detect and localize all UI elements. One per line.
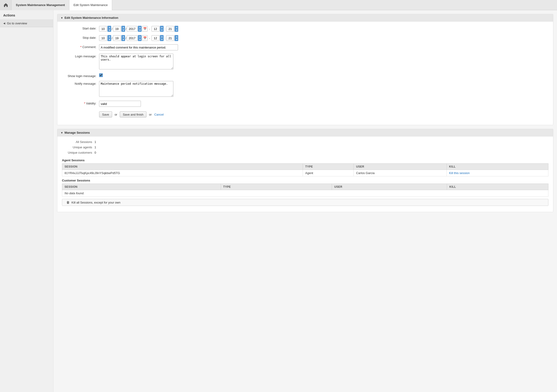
comment-label: Comment:	[62, 44, 99, 49]
sidebar: Actions ◀ Go to overview	[0, 10, 53, 392]
stop-date-row: Stop date: ▲▼ / ▲▼ / ▲▼ 📅 - ▲▼	[62, 35, 549, 41]
agent-col-session: SESSION	[62, 164, 303, 170]
back-arrow-icon: ◀	[3, 22, 5, 25]
validity-label: Validity:	[62, 101, 99, 105]
all-sessions-label: All Sessions	[62, 140, 94, 144]
topbar: System Maintenance Management Edit Syste…	[0, 0, 557, 10]
notify-row: Notify message: Maintenance period notif…	[62, 81, 549, 98]
agent-col-kill: KILL	[447, 164, 548, 170]
start-hour-spinner[interactable]: ▲▼	[160, 26, 164, 32]
agent-sessions-table: SESSION TYPE USER KILL 81YR4xJJJTsqKpc49…	[62, 163, 549, 176]
or-text-2: or	[149, 113, 152, 116]
stop-year-spinner[interactable]: ▲▼	[138, 35, 142, 41]
start-hour-input[interactable]	[152, 26, 159, 32]
save-and-finish-button[interactable]: Save and finish	[120, 111, 147, 117]
customer-col-session: SESSION	[62, 184, 221, 190]
all-sessions-row: All Sessions 1	[62, 140, 549, 144]
kill-all-button[interactable]: 🗑 Kill all Sessions, except for your own	[62, 199, 549, 206]
unique-customers-value: 0	[94, 151, 96, 154]
start-date-control: ▲▼ / ▲▼ / ▲▼ 📅 - ▲▼ : ▲▼	[99, 26, 549, 32]
start-minute-input[interactable]	[166, 26, 174, 32]
stop-day-spinner[interactable]: ▲▼	[121, 35, 125, 41]
start-year-input[interactable]	[127, 26, 137, 32]
agent-col-user: USER	[354, 164, 447, 170]
form-buttons: Save or Save and finish or Cancel	[99, 111, 549, 117]
stop-hour-spinner[interactable]: ▲▼	[160, 35, 164, 41]
customer-col-user: USER	[332, 184, 447, 190]
home-icon	[3, 3, 8, 8]
customer-sessions-table: SESSION TYPE USER KILL No data found.	[62, 184, 549, 196]
start-year-spinner[interactable]: ▲▼	[138, 26, 142, 32]
no-data-cell: No data found.	[62, 190, 549, 196]
start-month-input[interactable]	[99, 26, 107, 32]
start-month-spinner[interactable]: ▲▼	[107, 26, 111, 32]
agent-session-user: Carlos Garcia	[354, 170, 447, 176]
sessions-collapse-icon: ▼	[61, 131, 63, 134]
stop-calendar-button[interactable]: 📅	[142, 35, 147, 41]
breadcrumb-edit: Edit System Maintenance	[69, 0, 112, 10]
validity-row: Validity:	[62, 101, 549, 107]
show-login-row: Show login message:	[62, 73, 549, 78]
stop-date-label: Stop date:	[62, 35, 99, 40]
validity-input[interactable]	[99, 101, 141, 107]
comment-control	[99, 44, 549, 50]
form-buttons-row: Save or Save and finish or Cancel	[62, 110, 549, 117]
agent-table-body: 81YR4xJJJTsqKpc49cJ9nYSqkbwPd5TG Agent C…	[62, 170, 549, 176]
agent-session-id: 81YR4xJJJTsqKpc49cJ9nYSqkbwPd5TG	[62, 170, 303, 176]
customer-sessions-title: Customer Sessions	[62, 176, 549, 184]
stop-year-input[interactable]	[127, 35, 137, 41]
stop-hour-input[interactable]	[152, 35, 159, 41]
agent-col-type: TYPE	[303, 164, 354, 170]
stop-month-input[interactable]	[99, 35, 107, 41]
stop-minute-spinner[interactable]: ▲▼	[174, 35, 178, 41]
cancel-button[interactable]: Cancel	[154, 113, 164, 116]
unique-agents-row: Unique agents 1	[62, 146, 549, 149]
agent-sessions-title: Agent Sessions	[62, 156, 549, 163]
login-message-textarea[interactable]: This should appear at login screen for a…	[99, 54, 173, 69]
kill-session-link[interactable]: Kill this session	[449, 171, 470, 175]
comment-input[interactable]	[99, 44, 178, 50]
unique-customers-label: Unique customers	[62, 151, 94, 154]
unique-customers-row: Unique customers 0	[62, 151, 549, 154]
notify-control: Maintenance period notification message.	[99, 81, 549, 98]
customer-col-kill: KILL	[447, 184, 549, 190]
login-message-control: This should appear at login screen for a…	[99, 54, 549, 70]
customer-header-row: SESSION TYPE USER KILL	[62, 184, 549, 190]
content-area: ▼ Edit System Maintenance Information St…	[53, 10, 557, 392]
notify-textarea[interactable]: Maintenance period notification message.	[99, 81, 173, 97]
sessions-header: ▼ Manage Sessions	[57, 129, 553, 137]
all-sessions-value: 1	[94, 140, 96, 144]
breadcrumb-system-maintenance[interactable]: System Maintenance Management	[12, 0, 69, 10]
manage-sessions-section: ▼ Manage Sessions All Sessions 1 Unique …	[57, 129, 553, 212]
stop-month-spinner[interactable]: ▲▼	[107, 35, 111, 41]
start-day-spinner[interactable]: ▲▼	[121, 26, 125, 32]
start-date-label: Start date:	[62, 26, 99, 30]
edit-maintenance-section: ▼ Edit System Maintenance Information St…	[57, 14, 553, 125]
start-minute-spinner[interactable]: ▲▼	[174, 26, 178, 32]
edit-maintenance-body: Start date: ▲▼ / ▲▼ / ▲▼ 📅 - ▲▼	[57, 22, 553, 125]
unique-agents-label: Unique agents	[62, 146, 94, 149]
customer-table-header: SESSION TYPE USER KILL	[62, 184, 549, 190]
show-login-checkbox[interactable]	[99, 73, 103, 77]
login-message-label: Login message:	[62, 54, 99, 58]
or-text-1: or	[115, 113, 117, 116]
save-button[interactable]: Save	[99, 111, 112, 117]
agent-table-header: SESSION TYPE USER KILL	[62, 164, 549, 170]
home-button[interactable]	[0, 0, 12, 10]
unique-agents-value: 1	[94, 146, 96, 149]
sidebar-item-go-to-overview[interactable]: ◀ Go to overview	[0, 20, 53, 27]
start-day-input[interactable]	[113, 26, 121, 32]
sidebar-title: Actions	[0, 10, 53, 20]
trash-icon: 🗑	[66, 201, 70, 204]
start-calendar-button[interactable]: 📅	[142, 26, 147, 32]
stop-minute-input[interactable]	[166, 35, 174, 41]
agent-session-type: Agent	[303, 170, 354, 176]
sessions-body: All Sessions 1 Unique agents 1 Unique cu…	[57, 137, 553, 212]
stop-date-control: ▲▼ / ▲▼ / ▲▼ 📅 - ▲▼ : ▲▼	[99, 35, 549, 41]
stop-day-input[interactable]	[113, 35, 121, 41]
login-message-row: Login message: This should appear at log…	[62, 54, 549, 70]
show-login-control	[99, 73, 549, 78]
agent-session-row: 81YR4xJJJTsqKpc49cJ9nYSqkbwPd5TG Agent C…	[62, 170, 549, 176]
edit-maintenance-header: ▼ Edit System Maintenance Information	[57, 14, 553, 22]
notify-label: Notify message:	[62, 81, 99, 85]
